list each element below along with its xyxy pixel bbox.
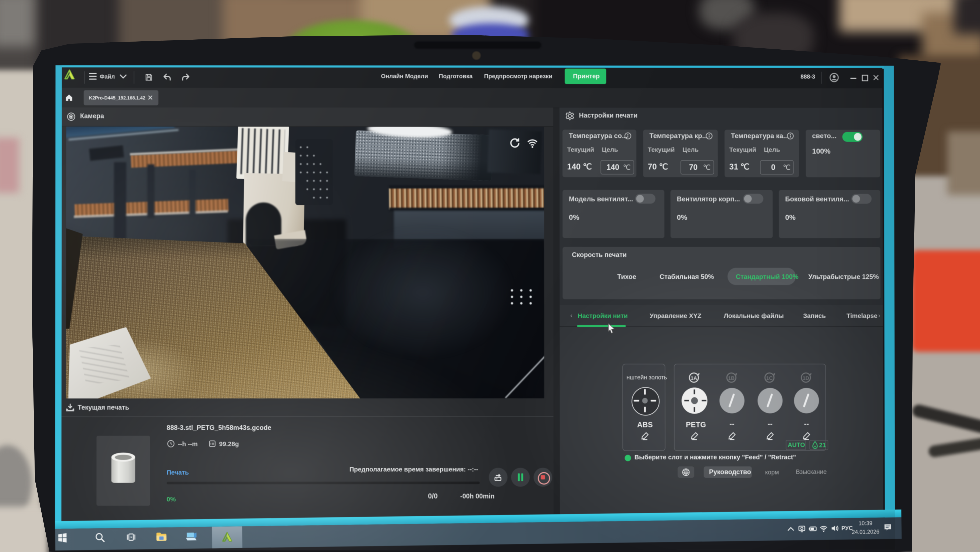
- svg-text:1B: 1B: [728, 375, 735, 381]
- svg-text:1A: 1A: [691, 375, 697, 381]
- svg-text:1D: 1D: [803, 375, 809, 381]
- svg-text:1C: 1C: [766, 375, 773, 381]
